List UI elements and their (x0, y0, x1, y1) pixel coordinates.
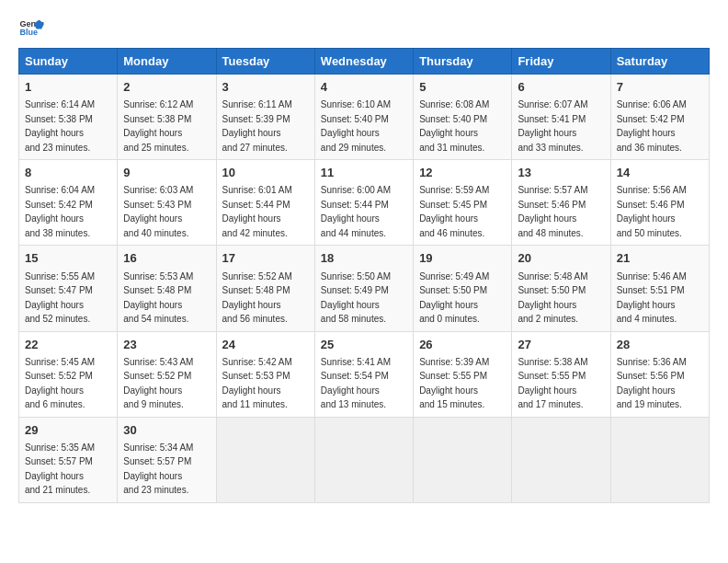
calendar-cell: 10Sunrise: 6:01 AMSunset: 5:44 PMDayligh… (216, 160, 314, 246)
calendar-cell: 22Sunrise: 5:45 AMSunset: 5:52 PMDayligh… (19, 331, 118, 417)
calendar-week-4: 22Sunrise: 5:45 AMSunset: 5:52 PMDayligh… (19, 331, 710, 417)
day-info: Sunrise: 5:52 AMSunset: 5:48 PMDaylight … (222, 271, 292, 325)
calendar-cell: 6Sunrise: 6:07 AMSunset: 5:41 PMDaylight… (512, 75, 610, 160)
calendar-week-5: 29Sunrise: 5:35 AMSunset: 5:57 PMDayligh… (19, 417, 710, 502)
day-info: Sunrise: 6:10 AMSunset: 5:40 PMDaylight … (321, 99, 391, 153)
day-number: 29 (25, 422, 111, 439)
calendar-cell: 18Sunrise: 5:50 AMSunset: 5:49 PMDayligh… (314, 246, 413, 331)
day-info: Sunrise: 5:55 AMSunset: 5:47 PMDaylight … (25, 271, 95, 325)
calendar-cell: 26Sunrise: 5:39 AMSunset: 5:55 PMDayligh… (414, 331, 512, 417)
calendar-cell: 24Sunrise: 5:42 AMSunset: 5:53 PMDayligh… (216, 331, 314, 417)
day-info: Sunrise: 5:36 AMSunset: 5:56 PMDaylight … (617, 357, 687, 410)
day-info: Sunrise: 6:03 AMSunset: 5:43 PMDaylight … (123, 185, 193, 238)
day-info: Sunrise: 5:49 AMSunset: 5:50 PMDaylight … (419, 271, 489, 325)
day-number: 8 (25, 165, 111, 181)
day-info: Sunrise: 5:48 AMSunset: 5:50 PMDaylight … (518, 271, 587, 325)
calendar-cell: 28Sunrise: 5:36 AMSunset: 5:56 PMDayligh… (610, 331, 709, 417)
day-info: Sunrise: 5:34 AMSunset: 5:57 PMDaylight … (123, 442, 193, 496)
calendar-cell: 4Sunrise: 6:10 AMSunset: 5:40 PMDaylight… (314, 75, 413, 160)
logo: General Blue (18, 15, 44, 40)
calendar-cell: 20Sunrise: 5:48 AMSunset: 5:50 PMDayligh… (512, 246, 610, 331)
day-info: Sunrise: 5:45 AMSunset: 5:52 PMDaylight … (25, 357, 95, 410)
calendar-cell: 25Sunrise: 5:41 AMSunset: 5:54 PMDayligh… (314, 331, 413, 417)
day-info: Sunrise: 5:38 AMSunset: 5:55 PMDaylight … (518, 357, 587, 410)
day-number: 17 (222, 250, 309, 267)
day-number: 25 (321, 337, 407, 353)
day-number: 3 (222, 79, 309, 96)
day-number: 27 (518, 337, 604, 353)
calendar-cell: 7Sunrise: 6:06 AMSunset: 5:42 PMDaylight… (610, 75, 709, 160)
day-info: Sunrise: 5:42 AMSunset: 5:53 PMDaylight … (222, 357, 292, 410)
calendar-cell: 1Sunrise: 6:14 AMSunset: 5:38 PMDaylight… (19, 75, 118, 160)
day-header-saturday: Saturday (610, 49, 709, 75)
day-info: Sunrise: 5:53 AMSunset: 5:48 PMDaylight … (123, 271, 193, 325)
calendar-cell (512, 417, 610, 502)
calendar-cell: 23Sunrise: 5:43 AMSunset: 5:52 PMDayligh… (118, 331, 216, 417)
day-info: Sunrise: 6:14 AMSunset: 5:38 PMDaylight … (25, 99, 95, 153)
day-number: 20 (518, 250, 604, 267)
day-number: 21 (617, 250, 703, 267)
calendar-cell (314, 417, 413, 502)
calendar-cell: 30Sunrise: 5:34 AMSunset: 5:57 PMDayligh… (118, 417, 216, 502)
day-info: Sunrise: 5:56 AMSunset: 5:46 PMDaylight … (617, 185, 687, 238)
day-info: Sunrise: 6:00 AMSunset: 5:44 PMDaylight … (321, 185, 391, 238)
day-info: Sunrise: 5:41 AMSunset: 5:54 PMDaylight … (321, 357, 391, 410)
day-info: Sunrise: 5:59 AMSunset: 5:45 PMDaylight … (419, 185, 489, 238)
page-header: General Blue (18, 15, 710, 40)
day-info: Sunrise: 5:57 AMSunset: 5:46 PMDaylight … (518, 185, 587, 238)
calendar-cell: 16Sunrise: 5:53 AMSunset: 5:48 PMDayligh… (118, 246, 216, 331)
calendar-cell: 8Sunrise: 6:04 AMSunset: 5:42 PMDaylight… (19, 160, 118, 246)
day-number: 9 (123, 165, 210, 181)
day-number: 23 (123, 337, 210, 353)
day-number: 18 (321, 250, 407, 267)
day-number: 26 (419, 337, 506, 353)
calendar-cell: 12Sunrise: 5:59 AMSunset: 5:45 PMDayligh… (414, 160, 512, 246)
calendar-cell: 2Sunrise: 6:12 AMSunset: 5:38 PMDaylight… (118, 75, 216, 160)
calendar-cell: 27Sunrise: 5:38 AMSunset: 5:55 PMDayligh… (512, 331, 610, 417)
day-info: Sunrise: 6:12 AMSunset: 5:38 PMDaylight … (123, 99, 193, 153)
day-number: 4 (321, 79, 407, 96)
day-info: Sunrise: 5:43 AMSunset: 5:52 PMDaylight … (123, 357, 193, 410)
day-info: Sunrise: 6:08 AMSunset: 5:40 PMDaylight … (419, 99, 489, 153)
day-number: 30 (123, 422, 210, 439)
day-number: 13 (518, 165, 604, 181)
calendar-table: SundayMondayTuesdayWednesdayThursdayFrid… (18, 48, 710, 503)
calendar-week-3: 15Sunrise: 5:55 AMSunset: 5:47 PMDayligh… (19, 246, 710, 331)
day-number: 28 (617, 337, 703, 353)
calendar-cell: 5Sunrise: 6:08 AMSunset: 5:40 PMDaylight… (414, 75, 512, 160)
calendar-cell (216, 417, 314, 502)
calendar-cell (414, 417, 512, 502)
day-number: 16 (123, 250, 210, 267)
calendar-cell: 21Sunrise: 5:46 AMSunset: 5:51 PMDayligh… (610, 246, 709, 331)
day-number: 2 (123, 79, 210, 96)
calendar-week-1: 1Sunrise: 6:14 AMSunset: 5:38 PMDaylight… (19, 75, 710, 160)
calendar-cell: 13Sunrise: 5:57 AMSunset: 5:46 PMDayligh… (512, 160, 610, 246)
calendar-week-2: 8Sunrise: 6:04 AMSunset: 5:42 PMDaylight… (19, 160, 710, 246)
day-info: Sunrise: 5:39 AMSunset: 5:55 PMDaylight … (419, 357, 489, 410)
day-number: 24 (222, 337, 309, 353)
day-number: 5 (419, 79, 506, 96)
calendar-cell: 9Sunrise: 6:03 AMSunset: 5:43 PMDaylight… (118, 160, 216, 246)
logo-icon: General Blue (18, 15, 44, 40)
day-header-monday: Monday (118, 49, 216, 75)
calendar-cell: 19Sunrise: 5:49 AMSunset: 5:50 PMDayligh… (414, 246, 512, 331)
day-info: Sunrise: 6:01 AMSunset: 5:44 PMDaylight … (222, 185, 292, 238)
day-number: 22 (25, 337, 111, 353)
calendar-cell: 15Sunrise: 5:55 AMSunset: 5:47 PMDayligh… (19, 246, 118, 331)
calendar-cell: 11Sunrise: 6:00 AMSunset: 5:44 PMDayligh… (314, 160, 413, 246)
day-number: 6 (518, 79, 604, 96)
day-number: 12 (419, 165, 506, 181)
day-info: Sunrise: 5:46 AMSunset: 5:51 PMDaylight … (617, 271, 687, 325)
day-number: 15 (25, 250, 111, 267)
day-info: Sunrise: 6:04 AMSunset: 5:42 PMDaylight … (25, 185, 95, 238)
day-header-tuesday: Tuesday (216, 49, 314, 75)
day-header-friday: Friday (512, 49, 610, 75)
day-header-thursday: Thursday (414, 49, 512, 75)
day-info: Sunrise: 6:11 AMSunset: 5:39 PMDaylight … (222, 99, 292, 153)
calendar-cell: 14Sunrise: 5:56 AMSunset: 5:46 PMDayligh… (610, 160, 709, 246)
day-header-sunday: Sunday (19, 49, 118, 75)
calendar-header-row: SundayMondayTuesdayWednesdayThursdayFrid… (19, 49, 710, 75)
day-info: Sunrise: 5:35 AMSunset: 5:57 PMDaylight … (25, 442, 95, 496)
day-info: Sunrise: 6:06 AMSunset: 5:42 PMDaylight … (617, 99, 687, 153)
day-number: 7 (617, 79, 703, 96)
